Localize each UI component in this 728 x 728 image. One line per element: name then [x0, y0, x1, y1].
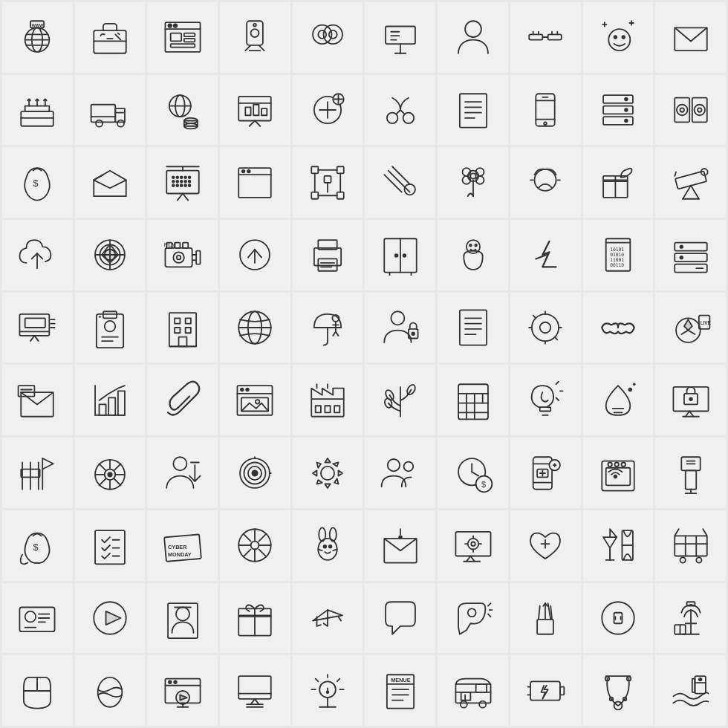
svg-point-169: [173, 253, 184, 264]
svg-point-116: [176, 181, 178, 183]
svg-point-94: [625, 98, 628, 101]
svg-text:MENUE: MENUE: [391, 677, 410, 683]
svg-point-295: [628, 388, 632, 391]
svg-point-205: [680, 246, 683, 249]
svg-point-422: [467, 608, 475, 617]
svg-point-431: [602, 602, 634, 634]
cell-radar-chart: [75, 220, 146, 290]
cell-birthday-cake: [2, 75, 73, 146]
cell-cyber-monday: CYBER MONDAY: [147, 510, 218, 581]
cell-cart-tools: [655, 510, 726, 581]
cell-power-socket: [583, 583, 654, 654]
svg-rect-481: [530, 681, 560, 700]
cell-necklace: [583, 655, 654, 726]
svg-point-114: [188, 176, 190, 178]
svg-text:LIVE: LIVE: [700, 321, 710, 326]
cell-person-lock: [365, 293, 435, 363]
cell-umbrella-person: [293, 293, 363, 363]
svg-point-13: [174, 25, 178, 28]
svg-point-347: [608, 462, 611, 466]
svg-line-456: [255, 699, 259, 704]
svg-rect-400: [675, 536, 707, 556]
svg-point-55: [96, 120, 103, 127]
svg-point-268: [247, 389, 250, 391]
svg-line-65: [250, 121, 255, 126]
cell-envelope-alert: [365, 510, 435, 581]
svg-point-417: [176, 607, 189, 620]
svg-point-479: [479, 701, 486, 707]
cell-fence-flag: [2, 438, 73, 508]
svg-point-239: [412, 332, 415, 335]
cell-roulette-wheel: [75, 438, 146, 508]
svg-line-104: [94, 175, 103, 180]
cell-warning-lamp: [293, 655, 363, 726]
svg-point-296: [633, 383, 636, 386]
svg-point-142: [404, 184, 415, 195]
svg-point-378: [324, 545, 327, 548]
svg-point-112: [181, 176, 183, 178]
svg-point-325: [253, 470, 258, 475]
cell-easter-bunny: [293, 510, 363, 581]
svg-rect-130: [337, 166, 344, 173]
svg-line-161: [675, 172, 676, 175]
svg-line-252: [555, 337, 558, 340]
svg-point-150: [535, 169, 556, 191]
svg-point-379: [329, 545, 332, 548]
svg-line-299: [689, 411, 693, 416]
svg-line-236: [336, 332, 339, 336]
cell-profile-head: [510, 147, 581, 218]
svg-rect-264: [118, 391, 125, 415]
svg-point-117: [181, 181, 183, 183]
svg-text:$: $: [33, 542, 39, 553]
cell-gift-box: [220, 583, 290, 654]
cell-person-profile: [147, 583, 218, 654]
svg-rect-133: [325, 176, 331, 183]
cell-gift-moon: [583, 147, 654, 218]
cell-cable-connector: [510, 2, 581, 73]
svg-rect-288: [540, 407, 551, 411]
svg-rect-436: [686, 602, 695, 605]
svg-point-404: [680, 558, 685, 563]
svg-point-384: [399, 536, 402, 539]
cell-cloud-upload: [2, 220, 73, 290]
cell-www-globe: WWW: [2, 2, 73, 73]
cell-usb-dock: [655, 438, 726, 508]
svg-line-316: [114, 478, 120, 485]
svg-line-372: [259, 550, 267, 557]
cell-clock-dollar: $: [438, 438, 508, 508]
svg-point-444: [98, 677, 123, 707]
cell-monitor-stand: [220, 655, 290, 726]
cell-film-camera: FILM: [147, 220, 218, 290]
cell-mustache: [583, 293, 654, 363]
svg-rect-132: [337, 192, 344, 198]
svg-rect-168: [165, 248, 192, 267]
cell-building: [147, 293, 218, 363]
svg-point-128: [247, 170, 250, 173]
svg-point-237: [391, 311, 404, 325]
svg-line-109: [183, 193, 188, 200]
cell-phone-medicine: [510, 438, 581, 508]
svg-point-149: [470, 173, 475, 178]
svg-point-267: [241, 389, 244, 391]
svg-rect-273: [325, 406, 331, 412]
svg-rect-226: [185, 328, 190, 333]
cell-water-scene: [655, 655, 726, 726]
svg-point-494: [699, 677, 702, 680]
svg-rect-263: [108, 397, 115, 415]
cell-lightbulb-apple: [510, 365, 581, 435]
cell-airplane: [293, 583, 363, 654]
svg-point-405: [696, 558, 701, 563]
svg-rect-54: [91, 105, 116, 123]
svg-text:MONDAY: MONDAY: [168, 551, 192, 558]
svg-line-406: [675, 529, 678, 536]
svg-line-387: [470, 556, 474, 562]
cell-sack-dollar: $: [2, 147, 73, 218]
svg-point-389: [467, 539, 478, 550]
svg-point-467: [327, 691, 329, 693]
svg-line-298: [685, 411, 689, 416]
svg-rect-352: [685, 470, 696, 489]
svg-rect-240: [459, 311, 486, 345]
svg-point-25: [329, 30, 337, 39]
svg-rect-426: [537, 620, 553, 634]
svg-point-24: [318, 30, 326, 39]
